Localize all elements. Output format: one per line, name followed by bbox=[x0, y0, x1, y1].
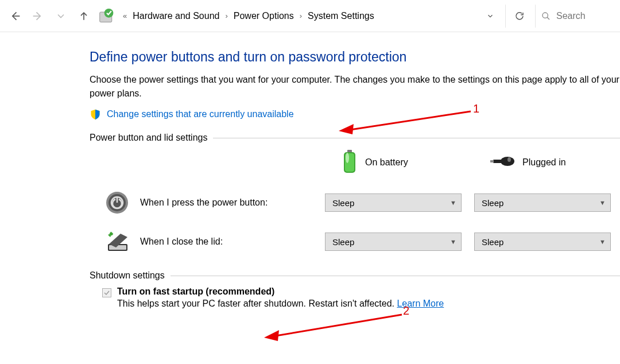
breadcrumb-power-options[interactable]: Power Options bbox=[234, 11, 294, 21]
control-panel-icon bbox=[99, 8, 115, 24]
toolbar: « Hardware and Sound › Power Options › S… bbox=[0, 0, 620, 32]
breadcrumb-system-settings[interactable]: System Settings bbox=[308, 11, 374, 21]
chevron-down-icon: ▼ bbox=[599, 199, 606, 206]
section-power-lid: Power button and lid settings bbox=[90, 133, 620, 143]
annotation-arrow-2 bbox=[258, 310, 413, 344]
shield-icon bbox=[90, 109, 101, 120]
svg-marker-19 bbox=[264, 330, 279, 341]
dropdown-value: Sleep bbox=[482, 237, 503, 247]
column-battery-label: On battery bbox=[365, 157, 408, 168]
address-dropdown-button[interactable] bbox=[480, 6, 501, 26]
page-title: Define power buttons and turn on passwor… bbox=[90, 49, 620, 65]
fast-startup-label: Turn on fast startup (recommended) bbox=[117, 286, 274, 297]
shutdown-block: Turn on fast startup (recommended) This … bbox=[95, 286, 620, 309]
column-plugged-label: Plugged in bbox=[522, 157, 566, 168]
dropdown-lid-battery[interactable]: Sleep ▼ bbox=[325, 233, 462, 251]
svg-point-6 bbox=[346, 153, 349, 163]
annotation-label-2: 2 bbox=[403, 304, 409, 317]
svg-rect-8 bbox=[493, 160, 503, 163]
search-input[interactable] bbox=[555, 10, 601, 22]
column-plugged-in: Plugged in bbox=[474, 153, 620, 172]
section-shutdown-label: Shutdown settings bbox=[90, 270, 165, 281]
search-box[interactable] bbox=[535, 5, 615, 28]
chevron-down-icon: ▼ bbox=[450, 238, 456, 245]
chevron-down-icon: ▼ bbox=[599, 238, 606, 245]
chevron-right-icon: › bbox=[223, 11, 230, 20]
fast-startup-desc: This helps start your PC faster after sh… bbox=[117, 299, 620, 309]
dropdown-lid-plugged[interactable]: Sleep ▼ bbox=[474, 233, 611, 251]
chevron-down-icon: ▼ bbox=[450, 199, 456, 206]
breadcrumb-hardware-sound[interactable]: Hardware and Sound bbox=[133, 11, 219, 21]
battery-icon bbox=[341, 149, 358, 176]
breadcrumb[interactable]: « Hardware and Sound › Power Options › S… bbox=[121, 11, 374, 21]
row-close-lid-label: When I close the lid: bbox=[140, 237, 223, 247]
section-shutdown: Shutdown settings bbox=[90, 270, 620, 281]
change-settings-link[interactable]: Change settings that are currently unava… bbox=[107, 109, 294, 119]
plug-icon bbox=[490, 153, 516, 172]
row-close-lid: When I close the lid: bbox=[95, 229, 325, 254]
back-button[interactable] bbox=[5, 6, 25, 26]
column-on-battery: On battery bbox=[325, 149, 474, 176]
chevron-right-icon: › bbox=[297, 11, 304, 20]
up-button[interactable] bbox=[73, 6, 94, 26]
forward-button[interactable] bbox=[28, 6, 48, 26]
page-description: Choose the power settings that you want … bbox=[90, 73, 620, 100]
section-power-lid-label: Power button and lid settings bbox=[90, 133, 207, 143]
dropdown-value: Sleep bbox=[332, 198, 354, 208]
fast-startup-desc-text: This helps start your PC faster after sh… bbox=[117, 299, 397, 308]
dropdown-value: Sleep bbox=[332, 237, 354, 247]
fast-startup-checkbox[interactable] bbox=[102, 288, 111, 297]
fast-startup-row: Turn on fast startup (recommended) bbox=[102, 286, 620, 297]
power-grid: On battery Plugged in When I press the p… bbox=[95, 149, 620, 254]
refresh-button[interactable] bbox=[505, 5, 533, 28]
chevron-left-icon: « bbox=[121, 11, 129, 20]
dropdown-value: Sleep bbox=[482, 198, 503, 208]
search-icon bbox=[541, 11, 551, 21]
svg-point-2 bbox=[542, 13, 548, 18]
row-power-button: When I press the power button: bbox=[95, 190, 325, 215]
lid-icon bbox=[104, 229, 130, 254]
change-settings-row: Change settings that are currently unava… bbox=[90, 109, 620, 120]
divider bbox=[213, 138, 620, 138]
power-button-icon bbox=[104, 190, 130, 215]
divider bbox=[170, 276, 620, 276]
svg-point-10 bbox=[507, 157, 511, 162]
svg-rect-9 bbox=[490, 160, 494, 162]
annotation-label-1: 1 bbox=[473, 102, 479, 115]
dropdown-power-button-plugged[interactable]: Sleep ▼ bbox=[474, 193, 611, 212]
svg-line-18 bbox=[276, 315, 402, 336]
row-power-button-label: When I press the power button: bbox=[140, 198, 268, 208]
content-area: Define power buttons and turn on passwor… bbox=[0, 32, 620, 309]
dropdown-power-button-battery[interactable]: Sleep ▼ bbox=[325, 193, 462, 212]
recent-locations-button[interactable] bbox=[51, 6, 71, 26]
